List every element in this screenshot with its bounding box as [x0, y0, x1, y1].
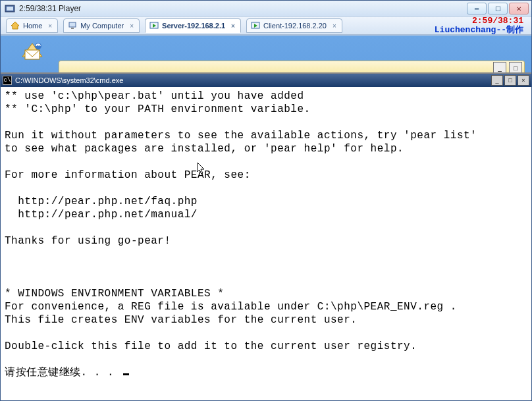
- player-titlebar: 2:59/38:31 Player ━ ☐ ✕: [1, 1, 531, 16]
- maximize-button[interactable]: ☐: [488, 3, 508, 14]
- tab-close-icon[interactable]: ×: [332, 22, 336, 30]
- svg-rect-2: [69, 22, 76, 27]
- overlay-author: Liuchenchang--制作: [435, 26, 523, 35]
- svg-rect-9: [25, 50, 40, 59]
- tab-label: My Computer: [80, 22, 124, 30]
- cmd-minimize-button[interactable]: _: [491, 75, 503, 86]
- overlay-timer: 2:59/38:31: [435, 16, 523, 26]
- cmd-window: c\ C:\WINDOWS\system32\cmd.exe _ □ × ** …: [1, 72, 531, 400]
- vm-running-icon: [251, 21, 260, 30]
- guest-desktop[interactable]: _ □ c\ C:\WINDOWS\system32\cmd.exe _ □ ×…: [1, 35, 531, 400]
- tab-my-computer[interactable]: My Computer ×: [63, 18, 140, 33]
- tab-close-icon[interactable]: ×: [48, 22, 52, 30]
- cmd-icon: c\: [3, 76, 12, 85]
- tab-label: Server-192.168.2.1: [162, 22, 225, 30]
- computer-icon: [68, 21, 77, 30]
- tab-row: Home × My Computer × Server-192.168.2.1 …: [1, 16, 531, 35]
- player-window: 2:59/38:31 Player ━ ☐ ✕ Home × My Comput…: [0, 0, 532, 401]
- tab-client[interactable]: Client-192.168.2.20 ×: [246, 18, 342, 33]
- tab-home[interactable]: Home ×: [6, 18, 58, 33]
- close-button[interactable]: ✕: [509, 3, 529, 14]
- vm-running-icon: [149, 21, 159, 30]
- cmd-cursor: [123, 373, 129, 375]
- cmd-maximize-button[interactable]: □: [504, 75, 516, 86]
- cmd-output[interactable]: ** use 'c:\php\pear.bat' until you have …: [1, 87, 531, 400]
- player-icon: [5, 3, 15, 14]
- player-title: 2:59/38:31 Player: [19, 4, 81, 13]
- svg-rect-3: [71, 28, 74, 29]
- cmd-titlebar[interactable]: c\ C:\WINDOWS\system32\cmd.exe _ □ ×: [1, 74, 531, 87]
- tab-label: Home: [23, 22, 42, 30]
- home-icon: [11, 21, 20, 30]
- overlay-info: 2:59/38:31 Liuchenchang--制作: [435, 16, 526, 34]
- player-window-controls: ━ ☐ ✕: [467, 3, 531, 14]
- mail-icon[interactable]: [19, 38, 45, 65]
- minimize-button[interactable]: ━: [467, 3, 487, 14]
- tab-close-icon[interactable]: ×: [130, 22, 134, 30]
- tab-label: Client-192.168.2.20: [263, 22, 327, 30]
- cmd-window-controls: _ □ ×: [491, 75, 529, 86]
- tab-close-icon[interactable]: ×: [231, 22, 235, 30]
- tab-server[interactable]: Server-192.168.2.1 ×: [145, 18, 241, 33]
- cmd-title: C:\WINDOWS\system32\cmd.exe: [15, 76, 123, 84]
- svg-rect-1: [7, 7, 13, 11]
- cmd-close-button[interactable]: ×: [518, 75, 529, 86]
- cmd-text: ** use 'c:\php\pear.bat' until you have …: [5, 90, 477, 379]
